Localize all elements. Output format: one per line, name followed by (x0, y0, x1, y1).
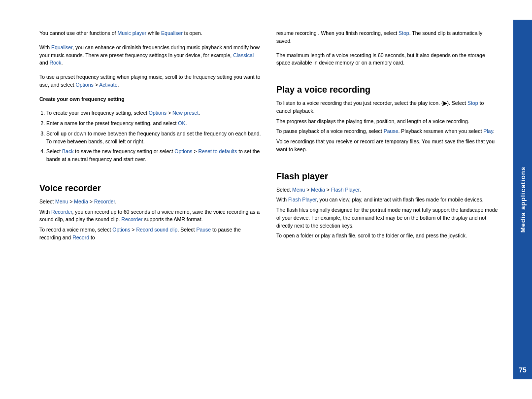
record-sound-link[interactable]: Record sound clip (136, 227, 177, 233)
step-3: Scroll up or down to move between the fr… (46, 130, 262, 146)
activate-link[interactable]: Activate (99, 82, 117, 88)
voice-media-link[interactable]: Media (74, 199, 88, 204)
flash-player-heading: Flash player (276, 170, 499, 183)
voice-recorder-heading: Voice recorder (39, 182, 262, 195)
music-player-link[interactable]: Music player (117, 30, 146, 36)
content-area: You cannot use other functions of Music … (0, 20, 513, 379)
flash-with-paragraph: With Flash Player, you can view, play, a… (276, 196, 499, 204)
play-resume-link[interactable]: Play (483, 128, 493, 134)
intro-paragraph: You cannot use other functions of Music … (39, 30, 262, 37)
new-preset-link[interactable]: New preset (172, 110, 199, 116)
equaliser-paragraph: With Equaliser, you can enhance or dimin… (39, 44, 262, 67)
left-column: You cannot use other functions of Music … (39, 30, 262, 369)
equaliser-link-2[interactable]: Equaliser (51, 44, 72, 50)
flash-player-section: Flash player Select Menu > Media > Flash… (276, 165, 499, 243)
voice-select-paragraph: Select Menu > Media > Recorder. (39, 198, 262, 206)
back-link[interactable]: Back (62, 148, 73, 154)
play-icon: ▶ (443, 100, 447, 106)
pause-playback-link[interactable]: Pause (384, 128, 399, 134)
flash-media-link[interactable]: Media (311, 187, 325, 193)
sidebar: Media applications 75 (513, 20, 532, 379)
resume-paragraph: resume recording . When you finish recor… (276, 30, 499, 45)
preset-paragraph: To use a preset frequency setting when p… (39, 73, 262, 89)
options-new-preset-link[interactable]: Options (149, 110, 166, 116)
record-paragraph: To record a voice memo, select Options >… (39, 226, 262, 242)
page-container: You cannot use other functions of Music … (0, 0, 532, 399)
reset-defaults-link[interactable]: Reset to defaults (198, 148, 237, 154)
max-length-paragraph: The maximum length of a voice recording … (276, 52, 499, 67)
page-number-box: 75 (513, 361, 532, 379)
stop-link[interactable]: Stop (399, 30, 409, 36)
equaliser-link-1[interactable]: Equaliser (161, 30, 183, 36)
stop-cancel-link[interactable]: Stop (467, 100, 478, 106)
voice-recordings-paragraph: Voice recordings that you receive or rec… (276, 138, 499, 154)
open-folder-paragraph: To open a folder or play a flash file, s… (276, 232, 499, 240)
flash-select-paragraph: Select Menu > Media > Flash Player. (276, 186, 499, 194)
right-column: resume recording . When you finish recor… (276, 30, 499, 369)
flash-files-paragraph: The flash files originally designed for … (276, 206, 499, 230)
record-link[interactable]: Record (72, 234, 89, 240)
play-voice-section: Play a voice recording To listen to a vo… (276, 78, 499, 156)
sidebar-label: Media applications (519, 166, 527, 233)
pause-playback-paragraph: To pause playback of a voice recording, … (276, 128, 499, 135)
options-activate-link[interactable]: Options (76, 82, 94, 88)
create-heading: Create your own frequency setting (39, 96, 262, 103)
progress-paragraph: The progress bar displays the playing ti… (276, 118, 499, 126)
voice-recorder-link[interactable]: Recorder (94, 199, 115, 204)
pause-link[interactable]: Pause (196, 227, 211, 233)
classical-link[interactable]: Classical (233, 52, 254, 58)
voice-recorder-section: Voice recorder Select Menu > Media > Rec… (39, 177, 262, 244)
rock-link[interactable]: Rock (49, 60, 61, 66)
options-reset-link[interactable]: Options (174, 148, 192, 154)
recorder-link-2[interactable]: Recorder (121, 216, 142, 222)
step-1: To create your own frequency setting, se… (46, 109, 262, 117)
flash-menu-link[interactable]: Menu (292, 187, 305, 193)
flash-player-link-2[interactable]: Flash Player (288, 197, 317, 202)
recorder-link[interactable]: Recorder (51, 209, 72, 215)
ok-link[interactable]: OK (178, 120, 185, 126)
step-4: Select Back to save the new frequency se… (46, 148, 262, 164)
play-voice-heading: Play a voice recording (276, 83, 499, 97)
voice-menu-link[interactable]: Menu (55, 199, 68, 204)
flash-player-link[interactable]: Flash Player (331, 187, 360, 193)
recorder-paragraph: With Recorder, you can record up to 60 s… (39, 208, 262, 224)
step-2: Enter a name for the preset frequency se… (46, 120, 262, 128)
page-number: 75 (519, 366, 527, 374)
options-record-link[interactable]: Options (112, 227, 130, 233)
listen-paragraph: To listen to a voice recording that you … (276, 100, 499, 115)
steps-list: To create your own frequency setting, se… (39, 109, 262, 166)
